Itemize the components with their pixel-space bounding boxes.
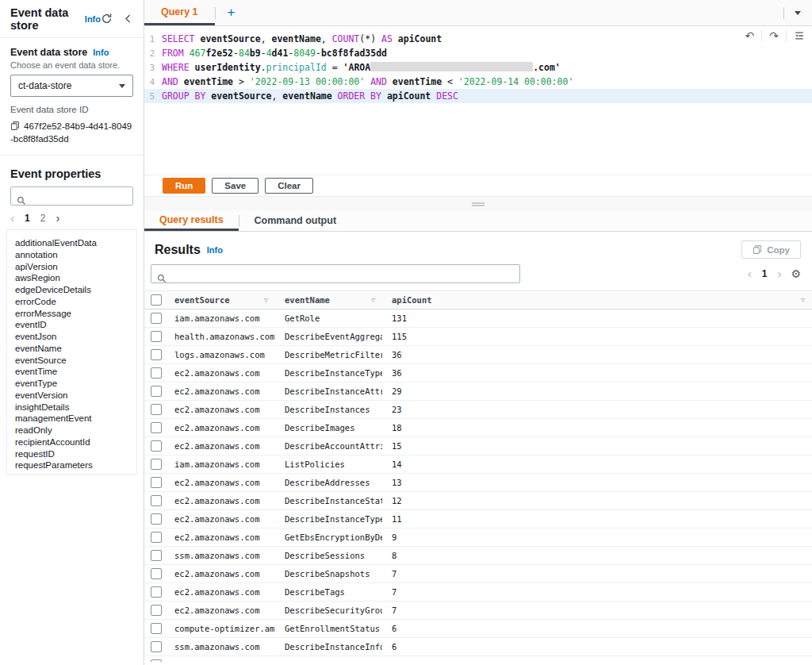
- property-item[interactable]: recipientAccountId: [15, 436, 136, 448]
- row-checkbox[interactable]: [151, 568, 162, 579]
- page-1-button[interactable]: 1: [25, 213, 30, 224]
- property-item[interactable]: annotation: [15, 249, 136, 261]
- property-item[interactable]: apiVersion: [15, 261, 136, 273]
- cell-eventsource: ec2.amazonaws.com: [165, 532, 275, 542]
- new-query-tab-button[interactable]: +: [216, 0, 247, 25]
- cell-eventname: DescribeInstanceStatus: [275, 496, 382, 505]
- filter-icon[interactable]: ▽: [264, 296, 268, 304]
- row-checkbox[interactable]: [151, 659, 162, 662]
- redo-button[interactable]: ↷: [769, 30, 779, 41]
- property-item[interactable]: requestID: [15, 448, 136, 460]
- prev-page-button[interactable]: ‹: [10, 214, 14, 222]
- sql-token: =: [327, 62, 343, 73]
- code-line[interactable]: 5GROUP BY eventSource, eventName ORDER B…: [144, 89, 812, 103]
- row-checkbox[interactable]: [151, 586, 162, 598]
- row-checkbox[interactable]: [151, 477, 162, 488]
- select-all-checkbox[interactable]: [151, 294, 162, 306]
- results-search-input[interactable]: [151, 265, 519, 283]
- row-checkbox[interactable]: [151, 605, 162, 616]
- property-item[interactable]: eventName: [15, 343, 136, 355]
- property-item[interactable]: errorCode: [15, 296, 136, 308]
- property-item[interactable]: eventJson: [15, 331, 136, 343]
- filter-icon[interactable]: ▽: [371, 296, 375, 304]
- cell-apicount: 12: [382, 496, 812, 505]
- column-header-eventsource[interactable]: eventSource ▽: [165, 291, 275, 309]
- line-number: 2: [144, 46, 155, 60]
- row-checkbox[interactable]: [151, 422, 162, 433]
- property-item[interactable]: managementEvent: [15, 413, 136, 425]
- results-header: Results Info Copy: [144, 232, 812, 260]
- format-query-button[interactable]: [794, 30, 805, 41]
- cell-apicount: 6: [382, 660, 812, 662]
- tab-command-output[interactable]: Command output: [239, 210, 351, 231]
- property-item[interactable]: eventID: [15, 319, 136, 331]
- refresh-button[interactable]: [101, 13, 113, 25]
- tab-query-1[interactable]: Query 1: [144, 0, 215, 25]
- property-item[interactable]: readOnly: [15, 425, 136, 436]
- results-info-link[interactable]: Info: [207, 245, 223, 255]
- property-item[interactable]: eventSource: [15, 355, 136, 367]
- next-page-button[interactable]: ›: [56, 214, 59, 222]
- cell-eventsource: ec2.amazonaws.com: [165, 569, 275, 579]
- row-checkbox[interactable]: [151, 331, 162, 342]
- code-line[interactable]: 3WHERE userIdentity.principalId = 'AROA.…: [144, 60, 812, 75]
- sql-editor[interactable]: ↶ ↷ 1SELECT eventSource, eventName, COUN…: [144, 26, 812, 175]
- column-header-eventname[interactable]: eventName ▽: [275, 291, 382, 309]
- row-checkbox[interactable]: [151, 532, 162, 543]
- row-checkbox[interactable]: [151, 623, 162, 634]
- panel-splitter[interactable]: [144, 196, 812, 210]
- property-search-input[interactable]: [11, 187, 132, 205]
- settings-button[interactable]: ⚙: [791, 268, 801, 279]
- sql-token: GROUP BY: [162, 90, 211, 102]
- filter-icon[interactable]: ▽: [801, 296, 805, 304]
- property-item[interactable]: awsRegion: [15, 272, 136, 284]
- property-item[interactable]: additionalEventData: [15, 237, 136, 249]
- code-line[interactable]: 2FROM 467f2e52-84b9-4d41-8049-bc8f8fad35…: [144, 46, 812, 60]
- property-item[interactable]: eventVersion: [15, 390, 136, 402]
- line-number: 3: [144, 60, 155, 75]
- prev-page-button[interactable]: ‹: [748, 270, 752, 278]
- row-checkbox[interactable]: [151, 459, 162, 470]
- row-checkbox[interactable]: [151, 550, 162, 561]
- property-item[interactable]: edgeDeviceDetails: [15, 284, 136, 296]
- row-checkbox[interactable]: [151, 386, 162, 397]
- table-row: health.amazonaws.comDescribeEventAggrega…: [144, 328, 812, 346]
- row-checkbox[interactable]: [151, 404, 162, 415]
- cell-eventname: DescribeEventAggregates: [275, 332, 382, 341]
- row-checkbox[interactable]: [151, 495, 162, 506]
- row-checkbox[interactable]: [151, 513, 162, 525]
- cell-eventsource: iam.amazonaws.com: [165, 459, 275, 469]
- next-page-button[interactable]: ›: [777, 270, 781, 278]
- tab-query-results[interactable]: Query results: [144, 210, 239, 231]
- code-line[interactable]: 4AND eventTime > '2022-09-13 00:00:00' A…: [144, 75, 812, 89]
- event-data-store-select[interactable]: ct-data-store: [10, 75, 133, 97]
- copy-id-button[interactable]: [10, 121, 20, 131]
- property-item[interactable]: eventTime: [15, 366, 136, 378]
- run-button[interactable]: Run: [163, 178, 205, 194]
- tab-overflow-button[interactable]: [784, 8, 812, 18]
- code-line[interactable]: 1SELECT eventSource, eventName, COUNT(*)…: [144, 32, 812, 46]
- property-item[interactable]: eventType: [15, 378, 136, 390]
- sql-token: -: [261, 48, 266, 59]
- column-header-apicount[interactable]: apiCount ▽: [382, 291, 812, 309]
- row-checkbox[interactable]: [151, 440, 162, 452]
- row-checkbox[interactable]: [151, 367, 162, 379]
- property-item[interactable]: insightDetails: [15, 402, 136, 413]
- property-item[interactable]: requestParameters: [15, 459, 136, 471]
- row-checkbox[interactable]: [151, 641, 162, 652]
- save-button[interactable]: Save: [212, 178, 259, 194]
- page-2-button[interactable]: 2: [40, 213, 46, 224]
- sql-token: ,: [271, 90, 282, 102]
- row-checkbox[interactable]: [151, 349, 162, 360]
- row-checkbox[interactable]: [151, 313, 162, 324]
- collapse-panel-button[interactable]: [123, 13, 133, 24]
- undo-button[interactable]: ↶: [745, 30, 755, 41]
- table-row: ec2.amazonaws.comDescribeTags7: [144, 583, 812, 602]
- store-info-link[interactable]: Info: [93, 48, 109, 57]
- copy-results-button[interactable]: Copy: [741, 240, 801, 259]
- property-item[interactable]: errorMessage: [15, 308, 136, 320]
- store-select-label: Event data store: [10, 47, 87, 58]
- output-tab-bar: Query results Command output: [144, 210, 812, 232]
- panel-info-link[interactable]: Info: [85, 14, 101, 24]
- clear-button[interactable]: Clear: [265, 178, 313, 194]
